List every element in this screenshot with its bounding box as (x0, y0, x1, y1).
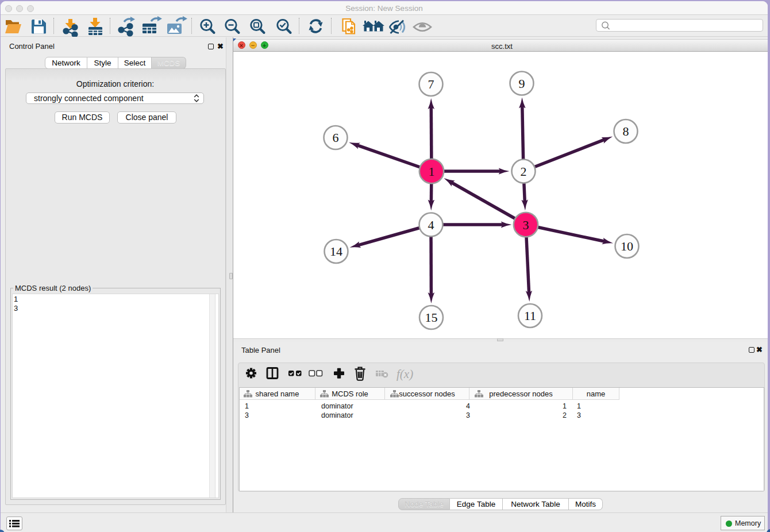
svg-text:6: 6 (333, 130, 339, 145)
svg-text:8: 8 (623, 124, 629, 138)
svg-text:7: 7 (428, 77, 434, 91)
svg-text:15: 15 (425, 310, 438, 325)
svg-text:9: 9 (519, 76, 525, 91)
svg-text:10: 10 (621, 239, 633, 253)
svg-text:11: 11 (524, 309, 536, 323)
svg-text:4: 4 (428, 218, 434, 232)
svg-text:14: 14 (330, 244, 342, 259)
svg-text:f(x): f(x) (396, 367, 413, 381)
svg-text:3: 3 (523, 218, 529, 232)
svg-text:2: 2 (521, 164, 527, 179)
svg-text:1: 1 (429, 164, 435, 179)
